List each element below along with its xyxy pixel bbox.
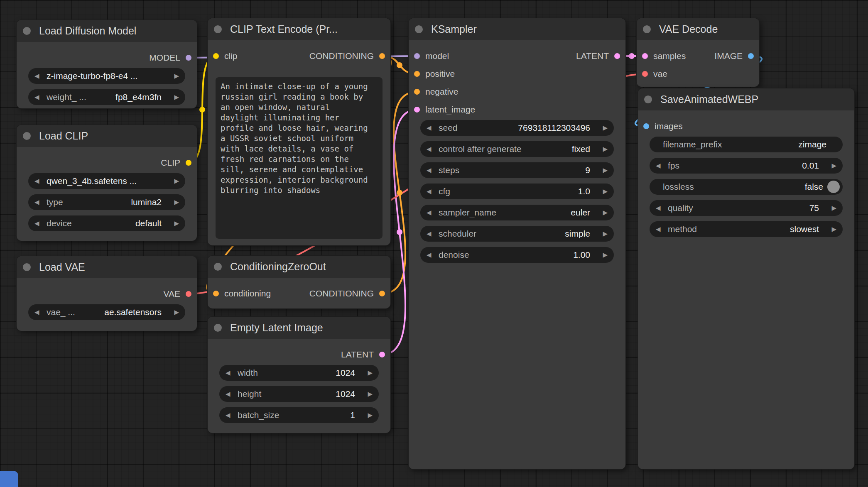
decrement-arrow-icon[interactable]: ◀ [656, 226, 663, 232]
widget-batch-size[interactable]: ◀ batch_size 1 ▶ [219, 407, 379, 423]
decrement-arrow-icon[interactable]: ◀ [656, 163, 663, 169]
widget-width[interactable]: ◀ width 1024 ▶ [219, 365, 379, 381]
node-titlebar[interactable]: Empty Latent Image [208, 317, 390, 339]
widget-fps[interactable]: ◀ fps 0.01 ▶ [650, 158, 843, 174]
widget-steps[interactable]: ◀ steps 9 ▶ [420, 162, 614, 178]
bottom-left-ui-fragment[interactable] [0, 471, 18, 487]
increment-arrow-icon[interactable]: ▶ [365, 412, 373, 418]
widget-clip-name[interactable]: ◀ qwen_3_4b.safetens ... ▶ [28, 173, 185, 189]
prompt-text-area[interactable]: An intimate close-up of a young russian … [216, 77, 383, 239]
widget-method[interactable]: ◀ method slowest ▶ [650, 221, 843, 237]
increment-arrow-icon[interactable]: ▶ [829, 205, 836, 211]
node-status-dot[interactable] [643, 25, 651, 33]
input-port-model[interactable] [414, 53, 420, 59]
output-port-latent[interactable] [614, 53, 620, 59]
input-port-images[interactable] [643, 123, 649, 129]
increment-arrow-icon[interactable]: ▶ [365, 370, 373, 376]
input-port-positive[interactable] [414, 71, 420, 77]
decrement-arrow-icon[interactable]: ◀ [34, 94, 42, 100]
increment-arrow-icon[interactable]: ▶ [600, 146, 608, 152]
input-port-negative[interactable] [414, 89, 420, 95]
node-status-dot[interactable] [415, 25, 423, 33]
node-load-vae[interactable]: Load VAE VAE ◀ vae_ ... ae.safetensors ▶ [17, 256, 197, 331]
increment-arrow-icon[interactable]: ▶ [172, 94, 179, 100]
decrement-arrow-icon[interactable]: ◀ [34, 199, 42, 206]
increment-arrow-icon[interactable]: ▶ [172, 220, 179, 227]
widget-filename-prefix[interactable]: filename_prefix zimage [650, 137, 843, 152]
decrement-arrow-icon[interactable]: ◀ [226, 412, 233, 418]
output-port-model[interactable] [186, 55, 191, 61]
increment-arrow-icon[interactable]: ▶ [600, 231, 608, 237]
decrement-arrow-icon[interactable]: ◀ [427, 210, 434, 216]
widget-scheduler[interactable]: ◀ scheduler simple ▶ [420, 226, 614, 242]
increment-arrow-icon[interactable]: ▶ [365, 391, 373, 397]
output-port-image[interactable] [748, 53, 754, 59]
decrement-arrow-icon[interactable]: ◀ [427, 146, 434, 152]
decrement-arrow-icon[interactable]: ◀ [34, 178, 42, 184]
node-save-animated-webp[interactable]: SaveAnimatedWEBP images filename_prefix … [638, 88, 854, 469]
input-port-latent-image[interactable] [414, 107, 420, 113]
increment-arrow-icon[interactable]: ▶ [600, 210, 608, 216]
node-titlebar[interactable]: Load Diffusion Model [17, 20, 197, 42]
node-empty-latent-image[interactable]: Empty Latent Image LATENT ◀ width 1024 ▶… [208, 317, 390, 433]
output-port-latent[interactable] [379, 352, 385, 357]
node-status-dot[interactable] [23, 263, 31, 271]
output-port-clip[interactable] [186, 160, 191, 166]
widget-device[interactable]: ◀ device default ▶ [28, 215, 185, 231]
increment-arrow-icon[interactable]: ▶ [829, 163, 836, 169]
output-port-conditioning[interactable] [379, 291, 385, 296]
output-port-vae[interactable] [186, 291, 191, 297]
widget-control-after-generate[interactable]: ◀ control after generate fixed ▶ [420, 141, 614, 157]
node-status-dot[interactable] [214, 324, 222, 332]
node-vae-decode[interactable]: VAE Decode samples IMAGE vae [637, 18, 759, 87]
increment-arrow-icon[interactable]: ▶ [600, 167, 608, 174]
widget-denoise[interactable]: ◀ denoise 1.00 ▶ [420, 247, 614, 263]
increment-arrow-icon[interactable]: ▶ [600, 188, 608, 195]
decrement-arrow-icon[interactable]: ◀ [34, 73, 42, 79]
widget-quality[interactable]: ◀ quality 75 ▶ [650, 200, 843, 216]
widget-unet-name[interactable]: ◀ z-image-turbo-fp8-e4 ... ▶ [28, 68, 185, 84]
node-titlebar[interactable]: Load VAE [17, 256, 197, 278]
node-ksampler[interactable]: KSampler model LATENT positive negative … [409, 18, 625, 469]
widget-lossless-toggle[interactable]: lossless false [650, 179, 843, 195]
decrement-arrow-icon[interactable]: ◀ [427, 252, 434, 258]
widget-cfg[interactable]: ◀ cfg 1.0 ▶ [420, 184, 614, 199]
increment-arrow-icon[interactable]: ▶ [600, 252, 608, 258]
node-conditioning-zero-out[interactable]: ConditioningZeroOut conditioning CONDITI… [208, 256, 390, 308]
decrement-arrow-icon[interactable]: ◀ [427, 188, 434, 195]
node-titlebar[interactable]: VAE Decode [637, 18, 759, 40]
widget-seed[interactable]: ◀ seed 769318112303496 ▶ [420, 120, 614, 136]
decrement-arrow-icon[interactable]: ◀ [226, 391, 233, 397]
input-port-vae[interactable] [642, 71, 648, 77]
node-clip-text-encode[interactable]: CLIP Text Encode (Pr... clip CONDITIONIN… [208, 18, 390, 245]
decrement-arrow-icon[interactable]: ◀ [34, 220, 42, 227]
node-load-clip[interactable]: Load CLIP CLIP ◀ qwen_3_4b.safetens ... … [17, 125, 197, 241]
widget-vae-name[interactable]: ◀ vae_ ... ae.safetensors ▶ [28, 304, 185, 320]
input-port-clip[interactable] [213, 53, 219, 59]
node-status-dot[interactable] [214, 25, 222, 33]
decrement-arrow-icon[interactable]: ◀ [427, 125, 434, 131]
widget-sampler-name[interactable]: ◀ sampler_name euler ▶ [420, 205, 614, 220]
node-graph-canvas[interactable]: Load Diffusion Model MODEL ◀ z-image-tur… [0, 0, 868, 487]
decrement-arrow-icon[interactable]: ◀ [427, 231, 434, 237]
widget-height[interactable]: ◀ height 1024 ▶ [219, 386, 379, 402]
increment-arrow-icon[interactable]: ▶ [172, 199, 179, 206]
node-status-dot[interactable] [23, 27, 31, 35]
input-port-samples[interactable] [642, 53, 648, 59]
increment-arrow-icon[interactable]: ▶ [172, 73, 179, 79]
output-port-conditioning[interactable] [379, 53, 385, 59]
node-titlebar[interactable]: ConditioningZeroOut [208, 256, 390, 278]
decrement-arrow-icon[interactable]: ◀ [34, 309, 42, 316]
node-status-dot[interactable] [23, 132, 31, 140]
toggle-knob[interactable] [827, 181, 840, 193]
input-port-conditioning[interactable] [213, 291, 219, 296]
node-titlebar[interactable]: SaveAnimatedWEBP [638, 88, 854, 110]
node-titlebar[interactable]: KSampler [409, 18, 625, 40]
decrement-arrow-icon[interactable]: ◀ [656, 205, 663, 211]
node-status-dot[interactable] [644, 95, 652, 103]
increment-arrow-icon[interactable]: ▶ [172, 309, 179, 316]
node-load-diffusion-model[interactable]: Load Diffusion Model MODEL ◀ z-image-tur… [17, 20, 197, 108]
node-titlebar[interactable]: Load CLIP [17, 125, 197, 147]
widget-weight-dtype[interactable]: ◀ weight_ ... fp8_e4m3fn ▶ [28, 89, 185, 105]
increment-arrow-icon[interactable]: ▶ [829, 226, 836, 232]
